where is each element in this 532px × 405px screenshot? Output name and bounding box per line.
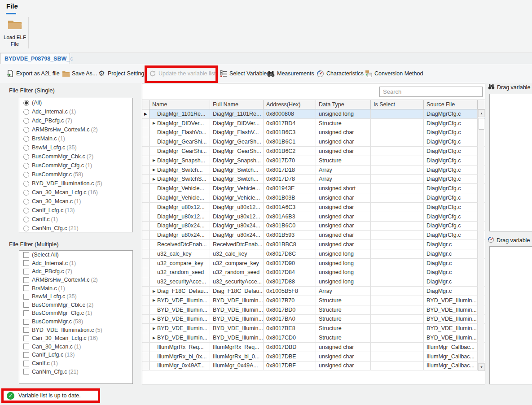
radio-button[interactable] xyxy=(23,181,29,187)
row-selector-gutter[interactable]: ▶ xyxy=(142,352,149,361)
row-selector-gutter[interactable]: ▶ xyxy=(142,231,149,240)
checkbox-filter-item[interactable]: Adc_Internal.c (1) xyxy=(19,259,132,268)
checkbox[interactable] xyxy=(23,260,29,266)
characteristics-button[interactable]: Characteristics xyxy=(317,64,364,83)
radio-filter-item[interactable]: BusCommMgr_Cbk.c (2) xyxy=(19,152,132,161)
row-selector-gutter[interactable]: ▶ xyxy=(142,324,149,333)
column-header[interactable]: Address(Hex) xyxy=(264,100,316,109)
row-selector-gutter[interactable]: ▶ xyxy=(142,119,149,128)
row-selector-gutter[interactable]: ▶ xyxy=(142,287,149,296)
row-selector-gutter[interactable]: ▶ xyxy=(142,249,149,258)
radio-filter-item[interactable]: BusCommMgr_Cfg.c (1) xyxy=(19,161,132,170)
row-selector-gutter[interactable]: ▶ xyxy=(142,137,149,146)
radio-filter-item[interactable]: BswM_Lcfg.c (35) xyxy=(19,143,132,152)
radio-filter-item[interactable]: Can_30_Mcan.c (1) xyxy=(19,197,132,206)
table-row[interactable]: ▶ ▶ DiagMgr_Vehicle... DiagMgr_Vehicle..… xyxy=(142,193,485,203)
measurements-button[interactable]: Measurements xyxy=(267,64,314,83)
checkbox-filter-item[interactable]: CanNm_Cfg.c (21) xyxy=(19,367,132,376)
radio-button[interactable] xyxy=(23,136,29,142)
checkbox-filter-item[interactable]: BswM_Lcfg.c (35) xyxy=(19,292,132,301)
table-row[interactable]: ▶ ▶ DiagMgr_FlashVo... DiagMgr_FlashV...… xyxy=(142,128,485,138)
row-selector-gutter[interactable]: ▶ xyxy=(142,165,149,174)
row-selector-gutter[interactable]: ▶ xyxy=(142,333,149,342)
table-row[interactable]: ▶ ▶ DiagMgr_GearShi... DiagMgr_GearSh...… xyxy=(142,137,485,147)
column-header[interactable]: Name xyxy=(149,100,210,109)
checkbox-filter-item[interactable]: BusCommMgr_Cfg.c (1) xyxy=(19,309,132,318)
scroll-down-button[interactable]: ▼ xyxy=(478,363,485,371)
save-as-button[interactable]: Save As... xyxy=(62,64,97,83)
table-row[interactable]: ▶ ▶ Diag_F18C_Defau... Diag_F18C_Defau..… xyxy=(142,287,485,296)
expander-icon[interactable]: ▶ xyxy=(151,317,157,321)
table-row[interactable]: ▶ ▶ BYD_VDE_Illumin... BYD_VDE_Illumin..… xyxy=(142,305,485,315)
row-selector-gutter[interactable]: ▶ xyxy=(142,184,149,193)
radio-button[interactable] xyxy=(23,163,29,169)
checkbox[interactable] xyxy=(23,344,29,349)
radio-filter-item[interactable]: Adc_PBcfg.c (7) xyxy=(19,116,132,125)
checkbox[interactable] xyxy=(23,302,29,308)
radio-filter-item[interactable]: CanNm_Cfg.c (21) xyxy=(19,224,132,232)
row-selector-gutter[interactable]: ▶ xyxy=(142,315,149,324)
radio-filter-item[interactable]: Can_30_Mcan_Lcfg.c (16) xyxy=(19,188,132,197)
row-selector-gutter[interactable]: ▶ xyxy=(142,259,149,268)
row-selector-gutter[interactable]: ▶ xyxy=(142,296,149,305)
radio-filter-item[interactable]: BYD_VDE_Illumination.c (5) xyxy=(19,179,132,188)
checkbox[interactable] xyxy=(23,277,29,283)
row-selector-gutter[interactable]: ▶ xyxy=(142,203,149,212)
table-row[interactable]: ▶ ▶ u32_random_seed u32_random_seed 0x80… xyxy=(142,268,485,278)
row-selector-gutter[interactable]: ▶ xyxy=(142,222,149,231)
expander-icon[interactable]: ▶ xyxy=(151,336,157,340)
expander-icon[interactable]: ▶ xyxy=(151,168,157,172)
radio-button[interactable] xyxy=(23,118,29,124)
scrollbar-thumb[interactable] xyxy=(479,118,484,130)
table-row[interactable]: ▶ ▶ DiagMgr_Snapsh... DiagMgr_Snapsh... … xyxy=(142,156,485,165)
column-header[interactable]: Source File xyxy=(424,100,478,109)
radio-button[interactable] xyxy=(23,190,29,196)
checkbox[interactable] xyxy=(23,369,29,375)
checkbox[interactable] xyxy=(23,294,29,300)
vertical-scrollbar[interactable]: ▲ ▼ xyxy=(478,109,484,371)
table-row[interactable]: ▶ ▶ DiagMgr_u80x24... DiagMgr_u80x24... … xyxy=(142,222,485,231)
checkbox-filter-item[interactable]: BYD_VDE_Illumination.c (5) xyxy=(19,326,132,334)
checkbox[interactable] xyxy=(23,361,29,366)
table-row[interactable]: ▶ ▶ DiagMgr_u80x24... DiagMgr_u80x24... … xyxy=(142,231,485,240)
checkbox-filter-item[interactable]: (Select All) xyxy=(19,251,132,259)
radio-button[interactable] xyxy=(23,154,29,160)
checkbox[interactable] xyxy=(23,252,29,258)
row-selector-gutter[interactable]: ▶ xyxy=(142,109,149,118)
measurements-drop-zone[interactable] xyxy=(489,94,532,231)
radio-filter-item[interactable]: (All) xyxy=(19,98,132,107)
expander-icon[interactable]: ▶ xyxy=(151,121,157,125)
radio-button[interactable] xyxy=(23,127,29,133)
table-row[interactable]: ▶ ▶ BYD_VDE_Illumin... BYD_VDE_Illumin..… xyxy=(142,296,485,305)
radio-button[interactable] xyxy=(23,217,29,222)
table-row[interactable]: ▶ ▶ u32_securityAcce... u32_securityAcce… xyxy=(142,277,485,287)
row-selector-gutter[interactable]: ▶ xyxy=(142,240,149,249)
radio-button[interactable] xyxy=(23,208,29,213)
expander-icon[interactable]: ▶ xyxy=(151,327,157,331)
row-selector-gutter[interactable]: ▶ xyxy=(142,212,149,221)
checkbox[interactable] xyxy=(23,327,29,333)
project-setting-button[interactable]: ⚙ Project Setting xyxy=(98,64,144,83)
row-selector-gutter[interactable]: ▶ xyxy=(142,343,149,352)
column-header[interactable]: Is Select xyxy=(371,100,424,109)
checkbox-filter-item[interactable]: Adc_PBcfg.c (7) xyxy=(19,267,132,276)
row-selector-gutter[interactable]: ▶ xyxy=(142,156,149,165)
checkbox-filter-item[interactable]: Can_30_Mcan_Lcfg.c (16) xyxy=(19,334,132,343)
expander-icon[interactable]: ▶ xyxy=(151,158,157,162)
characteristics-drop-zone[interactable] xyxy=(489,246,532,384)
radio-filter-item[interactable]: Adc_Internal.c (1) xyxy=(19,107,132,116)
checkbox-filter-item[interactable]: BusCommMgr_Cbk.c (2) xyxy=(19,301,132,309)
table-row[interactable]: ▶ ▶ DiagMgr_Vehicle... DiagMgr_Vehicle..… xyxy=(142,184,485,193)
column-header[interactable]: Data Type xyxy=(316,100,371,109)
checkbox[interactable] xyxy=(23,335,29,341)
row-selector-gutter[interactable]: ▶ xyxy=(142,128,149,137)
row-selector-gutter[interactable]: ▶ xyxy=(142,175,149,184)
checkbox[interactable] xyxy=(23,352,29,358)
radio-filter-item[interactable]: CanIf.c (1) xyxy=(19,215,132,224)
table-row[interactable]: ▶ ▶ BYD_VDE_Illumin... BYD_VDE_Illumin..… xyxy=(142,324,485,333)
file-menu[interactable]: File xyxy=(6,2,18,10)
radio-filter-item[interactable]: CanIf_Lcfg.c (13) xyxy=(19,206,132,215)
radio-button[interactable] xyxy=(23,226,29,231)
table-row[interactable]: ▶ ▶ DiagMgr_u80x12... DiagMgr_u80x12... … xyxy=(142,203,485,212)
checkbox[interactable] xyxy=(23,269,29,274)
